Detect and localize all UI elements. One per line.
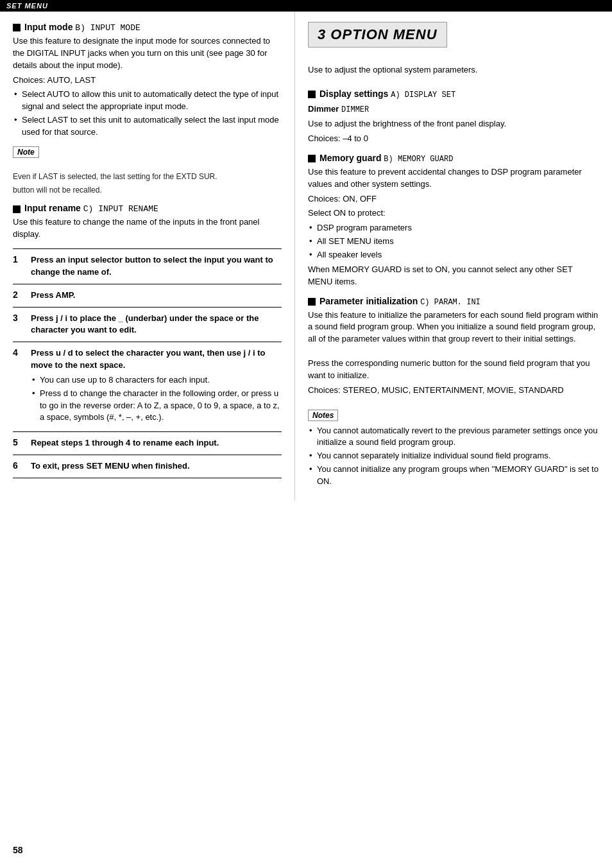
black-square-icon-3 (308, 91, 316, 98)
black-square-icon-4 (308, 155, 316, 162)
step-1: 1 Press an input selector button to sele… (13, 254, 282, 279)
notes-label: Notes (308, 410, 338, 421)
param-init-desc2: Press the corresponding numeric button f… (308, 358, 599, 382)
memory-guard-choices: Choices: ON, OFF (308, 193, 599, 205)
option-menu-desc: Use to adjust the optional system parame… (308, 64, 599, 76)
memory-guard-section: Memory guard B) MEMORY GUARD Use this fe… (308, 153, 599, 288)
input-mode-bullets: Select AUTO to allow this unit to automa… (13, 89, 282, 138)
notes-label-wrapper: Notes (308, 404, 599, 425)
notes-bullet-3: You cannot initialize any program groups… (308, 464, 599, 488)
option-menu-title: 3 OPTION MENU (318, 26, 438, 42)
param-init-title: Parameter initialization C) PARAM. INI (308, 296, 599, 307)
step-3: 3 Press j / i to place the _ (underbar) … (13, 313, 282, 337)
memory-guard-bullets: DSP program parameters All SET MENU item… (308, 222, 599, 261)
step-4: 4 Press u / d to select the character yo… (13, 347, 282, 426)
memory-guard-bullet-3: All speaker levels (308, 249, 599, 261)
option-menu-banner: 3 OPTION MENU (308, 22, 447, 48)
input-mode-bullet-2: Select LAST to set this unit to automati… (13, 114, 282, 139)
divider-2 (13, 284, 282, 284)
memory-guard-when-on: When MEMORY GUARD is set to ON, you cann… (308, 264, 599, 288)
step-4-bullets: You can use up to 8 characters for each … (31, 374, 282, 424)
param-init-desc1: Use this feature to initialize the param… (308, 309, 599, 346)
input-rename-desc: Use this feature to change the name of t… (13, 216, 282, 241)
dimmer-block: Dimmer DIMMER Use to adjust the brightne… (308, 103, 599, 145)
dimmer-label: Dimmer DIMMER (308, 103, 599, 116)
display-settings-title: Display settings A) DISPLAY SET (308, 89, 599, 100)
input-mode-bullet-1: Select AUTO to allow this unit to automa… (13, 89, 282, 113)
notes-bullet-1: You cannot automatically revert to the p… (308, 425, 599, 449)
memory-guard-bullet-2: All SET MENU items (308, 236, 599, 248)
divider-1 (13, 248, 282, 249)
divider-7 (13, 478, 282, 478)
memory-guard-title: Memory guard B) MEMORY GUARD (308, 153, 599, 164)
step-2: 2 Press AMP. (13, 290, 282, 302)
note-text-2: button will not be recalled. (13, 185, 282, 196)
param-init-choices: Choices: STEREO, MUSIC, ENTERTAINMENT, M… (308, 385, 599, 397)
steps-list: 1 Press an input selector button to sele… (13, 248, 282, 478)
step-4-bullet-2: Press d to change the character in the f… (31, 388, 282, 424)
right-column: 3 OPTION MENU Use to adjust the optional… (295, 12, 612, 501)
divider-3 (13, 307, 282, 308)
dimmer-choices: Choices: –4 to 0 (308, 133, 599, 145)
option-menu-banner-wrapper: 3 OPTION MENU (308, 22, 599, 55)
black-square-icon (13, 24, 21, 31)
notes-bullet-2: You cannot separately initialize individ… (308, 450, 599, 462)
black-square-icon-5 (308, 298, 316, 306)
input-mode-desc: Use this feature to designate the input … (13, 35, 282, 72)
input-rename-title: Input rename C) INPUT RENAME (13, 203, 282, 214)
black-square-icon-2 (13, 205, 21, 213)
top-bar: SET MENU (0, 0, 612, 12)
left-column: Input mode B) INPUT MODE Use this featur… (0, 12, 295, 501)
note-text-1: Even if LAST is selected, the last setti… (13, 171, 282, 182)
input-mode-choices: Choices: AUTO, LAST (13, 74, 282, 87)
note-label: Note (13, 146, 39, 158)
divider-5 (13, 431, 282, 432)
top-bar-label: SET MENU (6, 2, 48, 10)
notes-section: Notes You cannot automatically revert to… (308, 404, 599, 488)
param-init-section: Parameter initialization C) PARAM. INI U… (308, 296, 599, 397)
step-6: 6 To exit, press SET MENU when finished. (13, 460, 282, 473)
step-4-bullet-1: You can use up to 8 characters for each … (31, 374, 282, 386)
input-mode-section: Input mode B) INPUT MODE Use this featur… (13, 22, 282, 195)
display-settings-section: Display settings A) DISPLAY SET Dimmer D… (308, 89, 599, 145)
divider-6 (13, 455, 282, 455)
memory-guard-bullet-1: DSP program parameters (308, 222, 599, 234)
note-box: Note (13, 141, 282, 162)
page-number: 58 (13, 845, 23, 855)
input-rename-section: Input rename C) INPUT RENAME Use this fe… (13, 203, 282, 241)
notes-bullets: You cannot automatically revert to the p… (308, 425, 599, 488)
memory-guard-select-on: Select ON to protect: (308, 207, 599, 220)
divider-4 (13, 342, 282, 342)
memory-guard-desc: Use this feature to prevent accidental c… (308, 166, 599, 191)
input-mode-title: Input mode B) INPUT MODE (13, 22, 282, 33)
dimmer-desc: Use to adjust the brightness of the fron… (308, 118, 599, 130)
step-5: 5 Repeat steps 1 through 4 to rename eac… (13, 437, 282, 449)
